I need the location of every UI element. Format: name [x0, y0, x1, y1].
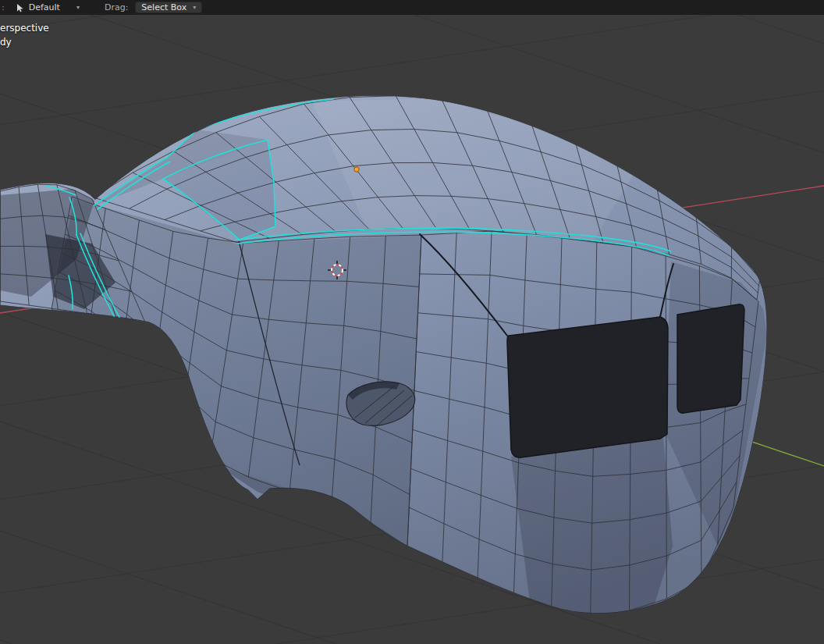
- clipped-label-fragment: :: [2, 2, 5, 12]
- rear-opening-large: [507, 317, 668, 457]
- chevron-down-icon: ▾: [76, 5, 80, 11]
- chevron-down-icon: ▾: [193, 5, 196, 11]
- blender-window: : Default ▾ Drag: Select Box ▾ erspectiv…: [0, 0, 824, 644]
- tool-preset-label: Default: [29, 2, 60, 12]
- 3d-viewport[interactable]: [0, 0, 824, 644]
- select-tool-label: Select Box: [141, 2, 186, 12]
- select-tool-dropdown[interactable]: Select Box ▾: [135, 2, 202, 13]
- view-name-overlay: erspective: [0, 23, 49, 34]
- object-origin-point: [354, 167, 359, 172]
- tool-settings-bar: : Default ▾ Drag: Select Box ▾: [0, 0, 824, 15]
- tool-preset-dropdown[interactable]: Default ▾: [11, 2, 84, 13]
- rear-opening-small: [677, 304, 744, 413]
- drag-label: Drag:: [105, 2, 128, 12]
- cursor-tool-icon: [16, 3, 25, 12]
- object-name-overlay: dy: [0, 37, 12, 48]
